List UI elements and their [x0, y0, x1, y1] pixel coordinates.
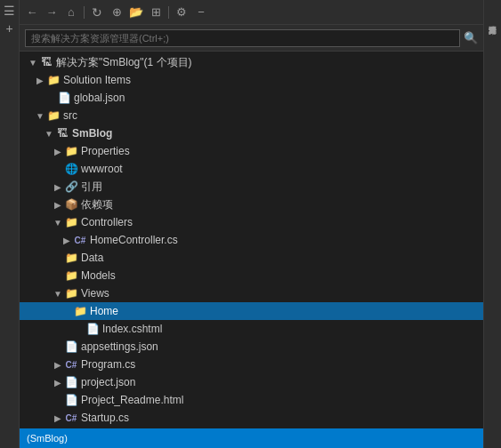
settings-button[interactable]: ⚙ — [173, 4, 190, 21]
top-toolbar: ← → ⌂ ↻ ⊕ 📂 ⊞ ⚙ − — [20, 0, 483, 25]
main-panel: ← → ⌂ ↻ ⊕ 📂 ⊞ ⚙ − 🔍 ▼ 🏗 解决方案"SmBlog"(1 个… — [20, 0, 483, 448]
properties-item[interactable]: ▶ 📁 Properties — [20, 142, 483, 160]
search-icon[interactable]: 🔍 — [464, 31, 478, 44]
back-button[interactable]: ← — [23, 4, 41, 21]
program-arrow: ▶ — [52, 360, 64, 370]
smblog-item[interactable]: ▼ 🏗 SmBlog — [20, 124, 483, 142]
ref-label: 引用 — [81, 180, 102, 195]
project-readme-item[interactable]: 📄 Project_Readme.html — [20, 391, 483, 409]
models-icon: 📁 — [64, 268, 78, 283]
index-cshtml-label: Index.cshtml — [102, 323, 162, 335]
program-label: Program.cs — [81, 358, 135, 371]
models-item[interactable]: 📁 Models — [20, 267, 483, 284]
properties-icon: 📁 — [64, 144, 78, 158]
left-toolbar: ☰ + — [0, 0, 20, 448]
global-json-label: global.json — [74, 92, 125, 104]
index-cshtml-icon: 📄 — [85, 322, 100, 336]
new-button[interactable]: ⊕ — [108, 4, 125, 21]
search-bar: 🔍 — [20, 25, 483, 52]
views-item[interactable]: ▼ 📁 Views — [20, 284, 483, 302]
homecontroller-item[interactable]: ▶ C# HomeController.cs — [20, 231, 483, 249]
project-json-arrow: ▶ — [52, 378, 64, 388]
project-json-icon: 📄 — [64, 375, 78, 389]
views-label: Views — [81, 287, 109, 300]
program-item[interactable]: ▶ C# Program.cs — [20, 356, 483, 373]
appsettings-item[interactable]: 📄 appsettings.json — [20, 338, 483, 356]
deps-arrow: ▶ — [52, 200, 64, 210]
tree-area[interactable]: ▼ 🏗 解决方案"SmBlog"(1 个项目) ▶ 📁 Solution Ite… — [20, 52, 483, 428]
bottom-bar: (SmBlog) — [20, 428, 483, 448]
data-icon: 📁 — [64, 251, 78, 265]
bottom-label: (SmBlog) — [27, 433, 68, 444]
home-folder-label: Home — [90, 305, 118, 317]
controllers-item[interactable]: ▼ 📁 Controllers — [20, 213, 483, 231]
deps-item[interactable]: ▶ 📦 依赖项 — [20, 196, 483, 213]
homecontroller-arrow: ▶ — [61, 236, 73, 245]
controllers-icon: 📁 — [64, 215, 78, 229]
wwwroot-item[interactable]: 🌐 wwwroot — [20, 160, 483, 178]
appsettings-icon: 📄 — [64, 340, 78, 354]
solution-root[interactable]: ▼ 🏗 解决方案"SmBlog"(1 个项目) — [20, 53, 483, 71]
appsettings-label: appsettings.json — [81, 340, 158, 353]
ref-arrow: ▶ — [52, 182, 64, 192]
controllers-arrow: ▼ — [52, 218, 64, 228]
smblog-label: SmBlog — [72, 127, 112, 140]
data-label: Data — [81, 252, 103, 264]
controllers-label: Controllers — [81, 216, 133, 228]
folder-button[interactable]: 📂 — [127, 4, 145, 21]
startup-item[interactable]: ▶ C# Startup.cs — [20, 409, 483, 427]
solution-items-icon: 📁 — [46, 73, 61, 87]
filter-button[interactable]: ⊞ — [147, 4, 165, 21]
global-json-item[interactable]: 📄 global.json — [20, 89, 483, 107]
solution-items-label: Solution Items — [63, 74, 131, 86]
smblog-icon: 🏗 — [55, 126, 69, 140]
startup-icon: C# — [64, 411, 78, 425]
home-folder-item[interactable]: 📁 Home — [20, 302, 483, 320]
project-json-item[interactable]: ▶ 📄 project.json — [20, 373, 483, 391]
homecontroller-label: HomeController.cs — [90, 234, 178, 246]
models-label: Models — [81, 269, 116, 282]
src-item[interactable]: ▼ 📁 src — [20, 107, 483, 124]
toolbar-separator-2 — [168, 6, 169, 19]
solution-icon: 🏗 — [39, 55, 53, 69]
search-input[interactable] — [25, 29, 460, 47]
forward-button[interactable]: → — [43, 4, 61, 21]
views-arrow: ▼ — [52, 289, 64, 299]
left-toolbar-menu-icon[interactable]: ☰ — [3, 4, 17, 18]
home-button[interactable]: ⌂ — [62, 4, 80, 21]
smblog-arrow: ▼ — [43, 129, 55, 139]
index-cshtml-item[interactable]: 📄 Index.cshtml — [20, 320, 483, 338]
left-toolbar-pin-icon[interactable]: + — [3, 21, 17, 36]
properties-arrow: ▶ — [52, 147, 64, 156]
deps-label: 依赖项 — [81, 197, 113, 212]
project-json-label: project.json — [81, 376, 135, 388]
wwwroot-label: wwwroot — [81, 163, 123, 175]
solution-root-arrow: ▼ — [27, 58, 39, 68]
src-arrow: ▼ — [34, 111, 46, 121]
solution-items[interactable]: ▶ 📁 Solution Items — [20, 71, 483, 89]
views-icon: 📁 — [64, 286, 78, 300]
project-readme-icon: 📄 — [64, 393, 78, 407]
src-icon: 📁 — [46, 108, 61, 123]
startup-label: Startup.cs — [81, 412, 129, 424]
homecontroller-icon: C# — [73, 233, 87, 247]
right-sidebar: 解决方案资源管理器 — [483, 0, 501, 448]
ref-item[interactable]: ▶ 🔗 引用 — [20, 178, 483, 196]
ref-icon: 🔗 — [64, 180, 78, 194]
home-folder-icon: 📁 — [73, 304, 87, 318]
startup-arrow: ▶ — [52, 413, 64, 423]
solution-label: 解决方案"SmBlog"(1 个项目) — [56, 55, 192, 70]
global-json-icon: 📄 — [57, 91, 71, 105]
properties-label: Properties — [81, 145, 130, 157]
minus-button[interactable]: − — [192, 4, 210, 21]
wwwroot-icon: 🌐 — [64, 162, 78, 176]
src-label: src — [63, 109, 77, 122]
toolbar-separator — [84, 6, 85, 19]
program-icon: C# — [64, 357, 78, 372]
deps-icon: 📦 — [64, 197, 78, 212]
right-sidebar-solution-explorer[interactable]: 解决方案资源管理器 — [486, 2, 500, 37]
data-item[interactable]: 📁 Data — [20, 249, 483, 267]
sync-button[interactable]: ↻ — [88, 4, 106, 21]
project-readme-label: Project_Readme.html — [81, 394, 183, 406]
solution-items-arrow: ▶ — [34, 76, 46, 85]
